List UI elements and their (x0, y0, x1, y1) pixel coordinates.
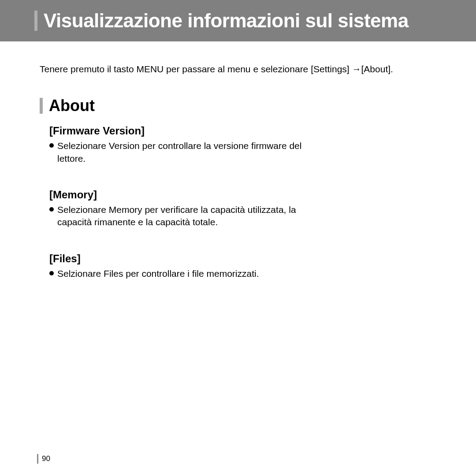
files-bullet-text: Selzionare Files per controllare i file … (57, 268, 259, 280)
section-title: About (49, 97, 95, 115)
files-bullet-line: Selzionare Files per controllare i file … (49, 268, 436, 280)
subsection-memory: [Memory] Selezionare Memory per verifica… (49, 189, 436, 229)
section-rule-icon (40, 98, 43, 114)
section-heading: About (40, 97, 436, 115)
firmware-bullet-text: Selezionare Version per controllare la v… (57, 140, 331, 165)
firmware-label: [Firmware Version] (49, 125, 436, 137)
bullet-icon (49, 207, 54, 212)
page-footer: 90 (37, 454, 50, 464)
page-title: Visualizzazione informazioni sul sistema (44, 10, 409, 32)
header-bar: Visualizzazione informazioni sul sistema (0, 0, 476, 41)
memory-bullet-line: Selezionare Memory per verificare la cap… (49, 204, 436, 229)
subsection-firmware: [Firmware Version] Selezionare Version p… (49, 125, 436, 165)
content-area: Tenere premuto il tasto MENU per passare… (0, 41, 476, 280)
subsection-files: [Files] Selzionare Files per controllare… (49, 253, 436, 280)
memory-bullet-text: Selezionare Memory per verificare la cap… (57, 204, 331, 229)
firmware-bullet-line: Selezionare Version per controllare la v… (49, 140, 436, 165)
memory-label: [Memory] (49, 189, 436, 201)
page-number: 90 (42, 454, 50, 463)
files-label: [Files] (49, 253, 436, 265)
bullet-icon (49, 143, 54, 148)
footer-rule-icon (37, 454, 38, 464)
header-rule-icon (34, 11, 37, 31)
intro-text: Tenere premuto il tasto MENU per passare… (40, 63, 436, 75)
header-title-row: Visualizzazione informazioni sul sistema (0, 10, 476, 32)
bullet-icon (49, 271, 54, 275)
